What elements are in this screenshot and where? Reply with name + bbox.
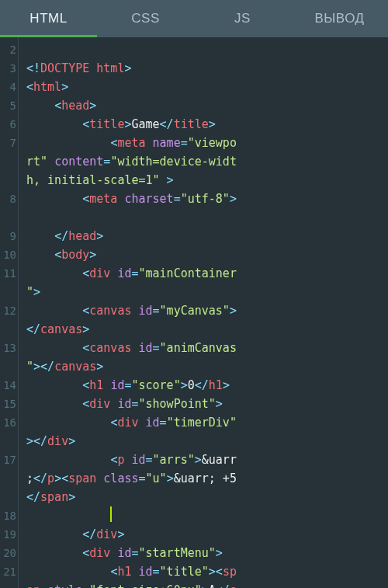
code-editor[interactable]: 2345678910111213141516171819202122 <!DOC… [0,37,388,588]
code-area[interactable]: <!DOCTYPE html><html> <head> <title>Game… [19,37,388,588]
tab-output[interactable]: ВЫВОД [291,0,388,37]
tab-label: JS [234,11,251,26]
tab-bar: HTML CSS JS ВЫВОД [0,0,388,37]
line-number-gutter: 2345678910111213141516171819202122 [0,37,19,588]
tab-label: CSS [131,11,159,26]
tab-label: ВЫВОД [314,11,364,26]
tab-html[interactable]: HTML [0,0,97,37]
tab-js[interactable]: JS [194,0,291,37]
tab-css[interactable]: CSS [97,0,194,37]
text-cursor [110,506,112,522]
tab-label: HTML [29,11,67,26]
